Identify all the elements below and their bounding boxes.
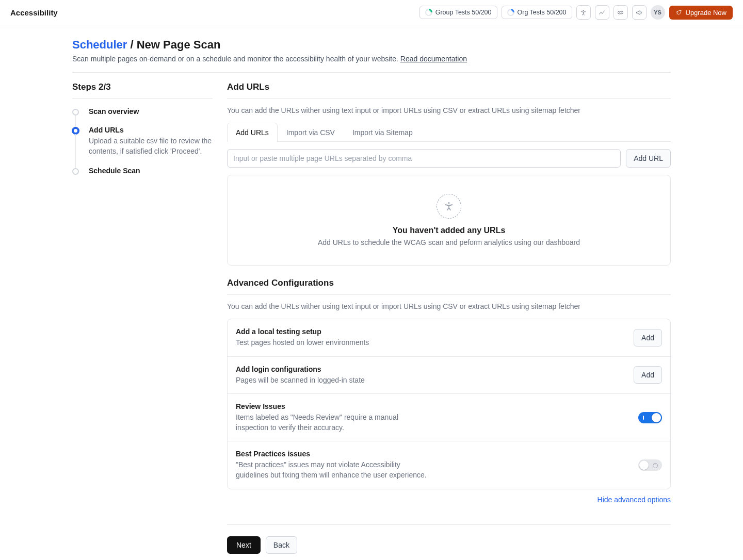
config-title: Best Practices issues [236, 450, 432, 458]
tab-import-csv[interactable]: Import via CSV [278, 123, 344, 142]
step-hint: Upload a suitable csv file to review the… [89, 136, 213, 156]
toggle-knob [639, 460, 649, 470]
config-hint: Pages will be scanned in logged-in state [236, 375, 453, 386]
analytics-icon-button[interactable] [595, 5, 609, 20]
hide-advanced-link[interactable]: Hide advanced options [597, 496, 671, 504]
add-local-testing-button[interactable]: Add [634, 329, 662, 347]
url-input[interactable] [227, 149, 621, 168]
config-hint: Items labeled as "Needs Review" require … [236, 413, 411, 433]
accessibility-icon-button[interactable] [576, 5, 591, 20]
steps-title: Steps 2/3 [72, 82, 213, 99]
avatar[interactable]: YS [651, 5, 665, 20]
breadcrumb-current: New Page Scan [137, 38, 221, 51]
config-best-practices: Best Practices issues "Best practices" i… [228, 441, 670, 488]
read-documentation-link[interactable]: Read documentation [400, 55, 467, 63]
tab-import-sitemap[interactable]: Import via Sitemap [344, 123, 422, 142]
svg-point-0 [583, 10, 584, 11]
empty-state: You haven't added any URLs Add URLs to s… [227, 175, 671, 266]
next-button[interactable]: Next [227, 536, 261, 554]
breadcrumb-separator: / [131, 38, 137, 51]
config-review-issues: Review Issues Items labeled as "Needs Re… [228, 394, 670, 441]
step-label: Add URLs [89, 126, 213, 134]
config-local-testing: Add a local testing setup Test pages hos… [228, 319, 670, 357]
step-dot-icon [72, 109, 79, 116]
link-icon-button[interactable] [613, 5, 628, 20]
upgrade-label: Upgrade Now [686, 9, 727, 17]
step-label: Scan overview [89, 107, 213, 116]
config-title: Add a local testing setup [236, 327, 453, 336]
step-schedule-scan[interactable]: Schedule Scan [72, 167, 213, 175]
review-issues-toggle[interactable] [638, 412, 662, 423]
advanced-desc: You can add the URLs wither using text i… [227, 302, 671, 310]
empty-title: You haven't added any URLs [238, 226, 660, 235]
advanced-title: Advanced Configurations [227, 278, 671, 295]
group-tests-quota[interactable]: Group Tests 50/200 [419, 6, 497, 19]
best-practices-toggle[interactable] [638, 459, 662, 471]
add-urls-title: Add URLs [227, 82, 671, 99]
tab-add-urls[interactable]: Add URLs [227, 123, 278, 142]
step-dot-icon [72, 168, 79, 175]
advanced-config-list: Add a local testing setup Test pages hos… [227, 319, 671, 489]
empty-accessibility-icon [437, 194, 461, 219]
breadcrumb: Scheduler / New Page Scan [72, 38, 671, 52]
breadcrumb-parent-link[interactable]: Scheduler [72, 38, 127, 51]
config-hint: Test pages hosted on lower environments [236, 338, 453, 348]
step-scan-overview[interactable]: Scan overview [72, 107, 213, 126]
page-description: Scan multiple pages on-demand or on a sc… [72, 55, 671, 63]
step-dot-icon [72, 127, 79, 135]
back-button[interactable]: Back [266, 536, 297, 554]
org-tests-label: Org Tests 50/200 [518, 9, 567, 16]
add-urls-desc: You can add the URLs wither using text i… [227, 106, 671, 114]
add-url-button[interactable]: Add URL [626, 149, 671, 168]
org-tests-quota[interactable]: Org Tests 50/200 [502, 6, 572, 19]
app-title: Accessibility [10, 8, 58, 17]
steps-list: Scan overview Add URLs Upload a suitable… [72, 107, 213, 175]
config-title: Add login configurations [236, 365, 453, 373]
announcement-icon-button[interactable] [632, 5, 647, 20]
donut-icon [507, 9, 514, 16]
step-label: Schedule Scan [89, 167, 213, 175]
config-login: Add login configurations Pages will be s… [228, 357, 670, 394]
add-login-config-button[interactable]: Add [634, 366, 662, 384]
donut-icon [425, 9, 432, 16]
upgrade-button[interactable]: Upgrade Now [669, 6, 733, 20]
step-add-urls[interactable]: Add URLs Upload a suitable csv file to r… [72, 126, 213, 167]
url-tabs: Add URLs Import via CSV Import via Sitem… [227, 123, 671, 142]
toggle-knob [652, 413, 661, 422]
config-hint: "Best practices" issues may not violate … [236, 460, 432, 480]
group-tests-label: Group Tests 50/200 [435, 9, 492, 16]
svg-point-1 [448, 202, 450, 204]
config-title: Review Issues [236, 402, 411, 410]
empty-desc: Add URLs to schedule the WCAG scan and p… [238, 238, 660, 246]
